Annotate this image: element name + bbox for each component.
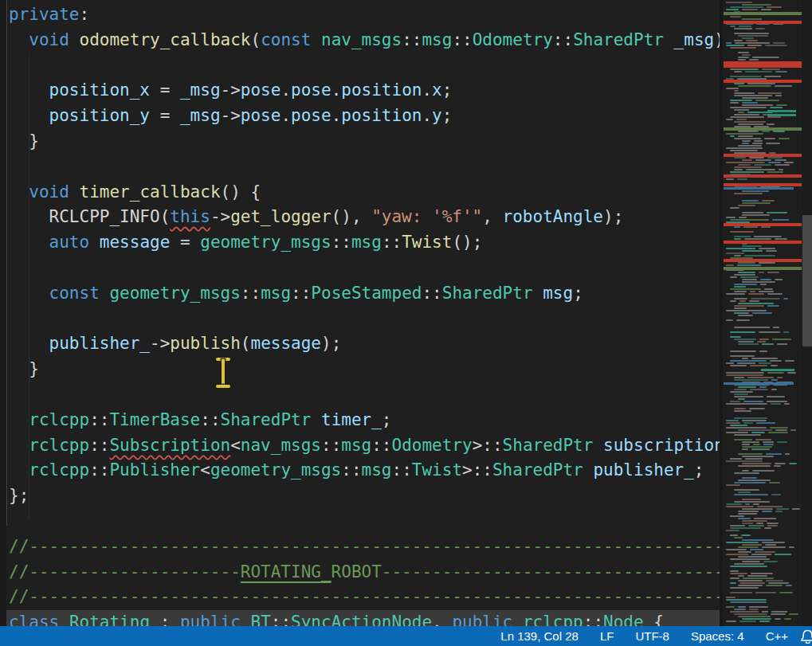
minimap-code-row <box>726 159 799 161</box>
minimap-code-row <box>726 554 799 555</box>
minimap-code-row <box>726 408 799 409</box>
code-line: } <box>9 129 720 155</box>
minimap-code-row <box>726 420 799 421</box>
minimap-code-row <box>726 231 799 233</box>
minimap-code-row <box>726 621 799 622</box>
vscode-window: private: void odometry_callback(const na… <box>0 0 812 646</box>
minimap-code-row <box>726 264 799 266</box>
minimap-code-row <box>726 563 799 565</box>
minimap-code-row <box>726 37 799 39</box>
minimap-code-row <box>726 69 799 70</box>
scrollbar-thumb[interactable] <box>802 215 812 346</box>
minimap-code-row <box>726 580 799 581</box>
minimap-code-row <box>726 599 799 601</box>
minimap-code-row <box>726 25 799 27</box>
minimap-code-row <box>726 343 799 345</box>
minimap-code-row <box>726 611 799 613</box>
editor-left-edge <box>0 0 6 626</box>
minimap-code-row <box>726 95 799 96</box>
status-items: Ln 139, Col 28 LF UTF-8 Spaces: 4 C++ <box>500 626 788 646</box>
minimap-code-row <box>726 465 799 467</box>
minimap-code-row <box>726 582 799 584</box>
minimap-code-row <box>726 377 799 378</box>
minimap-code-row <box>726 575 799 577</box>
scrollbar-track[interactable] <box>802 0 812 626</box>
minimap-error-line <box>724 174 802 178</box>
status-language-mode[interactable]: C++ <box>766 629 788 643</box>
code-line <box>9 307 720 332</box>
minimap-code-row <box>726 310 799 311</box>
minimap-highlight <box>761 369 794 371</box>
minimap-code-row <box>726 281 799 283</box>
code-line: private: <box>9 2 720 28</box>
minimap-code-row <box>726 616 799 617</box>
code-line: rclcpp::Subscription<nav_msgs::msg::Odom… <box>9 433 720 459</box>
minimap-code-row <box>726 577 799 579</box>
minimap-code-row <box>726 162 799 163</box>
minimap-code-row <box>726 365 799 366</box>
minimap-code-row <box>726 217 799 218</box>
status-encoding[interactable]: UTF-8 <box>635 629 669 643</box>
minimap-code-row <box>726 4 799 6</box>
minimap-code-row <box>726 248 799 249</box>
minimap-code-row <box>726 544 799 546</box>
minimap-code-row <box>726 549 799 550</box>
minimap[interactable] <box>720 0 802 626</box>
minimap-code-row <box>726 169 799 170</box>
minimap-code-row <box>726 527 799 529</box>
code-line: position_y = _msg->pose.pose.position.y; <box>9 104 720 129</box>
minimap-section-divider <box>724 12 802 15</box>
status-indentation[interactable]: Spaces: 4 <box>691 629 744 643</box>
minimap-code-row <box>726 238 799 240</box>
minimap-code-row <box>726 40 799 41</box>
minimap-code-row <box>726 393 799 395</box>
code-line <box>9 256 720 281</box>
status-eol-sequence[interactable]: LF <box>600 629 614 643</box>
minimap-code-row <box>726 193 799 194</box>
minimap-highlight <box>724 382 794 385</box>
minimap-code-row <box>726 477 799 479</box>
minimap-code-row <box>726 410 799 412</box>
minimap-error-line <box>724 183 802 186</box>
minimap-code-row <box>726 336 799 338</box>
minimap-code-row <box>726 262 799 264</box>
minimap-code-row <box>726 501 799 503</box>
minimap-code-row <box>726 305 799 307</box>
minimap-code-row <box>726 534 799 536</box>
minimap-error-line <box>724 65 802 68</box>
minimap-code-row <box>726 396 799 397</box>
minimap-code-row <box>726 319 799 321</box>
minimap-code-row <box>726 425 799 426</box>
minimap-code-row <box>726 482 799 484</box>
minimap-code-row <box>726 417 799 419</box>
minimap-code-row <box>726 300 799 302</box>
minimap-code-row <box>726 506 799 507</box>
code-line: rclcpp::TimerBase::SharedPtr timer_; <box>9 408 720 433</box>
minimap-code-row <box>726 427 799 429</box>
minimap-code-row <box>726 513 799 515</box>
minimap-code-row <box>726 303 799 304</box>
minimap-code-row <box>726 236 799 237</box>
minimap-code-row <box>726 104 799 106</box>
minimap-code-row <box>726 350 799 352</box>
minimap-code-row <box>726 456 799 457</box>
minimap-code-row <box>726 489 799 491</box>
minimap-code-row <box>726 327 799 328</box>
notifications-bell-icon[interactable] <box>800 629 812 644</box>
minimap-code-row <box>726 315 799 316</box>
minimap-code-row <box>726 484 799 486</box>
minimap-code-row <box>726 178 799 180</box>
minimap-code-row <box>726 618 799 620</box>
status-cursor-position[interactable]: Ln 139, Col 28 <box>500 629 579 643</box>
minimap-code-row <box>726 525 799 527</box>
minimap-error-line <box>724 21 802 24</box>
minimap-code-row <box>726 205 799 206</box>
minimap-code-row <box>726 307 799 309</box>
minimap-code-row <box>726 389 799 390</box>
minimap-code-row <box>726 429 799 431</box>
status-bar: Ln 139, Col 28 LF UTF-8 Spaces: 4 C++ <box>0 626 812 646</box>
code-editor[interactable]: private: void odometry_callback(const na… <box>0 0 720 626</box>
minimap-code-row <box>726 33 799 34</box>
minimap-section-divider <box>724 267 802 270</box>
minimap-code-row <box>726 542 799 543</box>
